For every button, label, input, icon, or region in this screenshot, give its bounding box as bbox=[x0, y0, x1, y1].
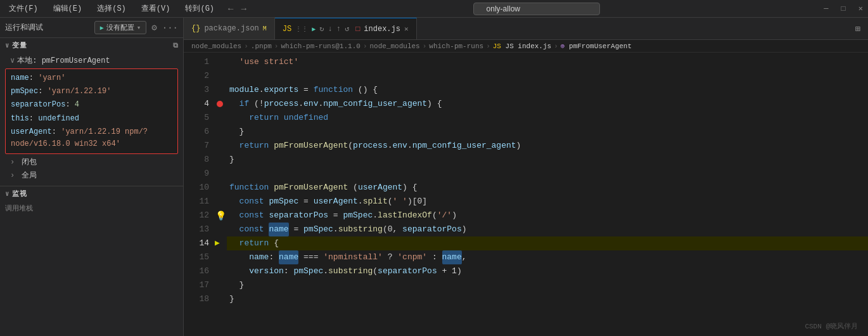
menu-view[interactable]: 查看(V) bbox=[137, 2, 174, 15]
ln-2: 2 bbox=[189, 69, 209, 83]
breadcrumb-which-pm-runs[interactable]: which-pm-runs bbox=[429, 42, 483, 50]
chevron-right-icon: › bbox=[10, 158, 15, 167]
tab-close-icon[interactable]: ✕ bbox=[404, 25, 409, 33]
debug-title: 运行和调试 bbox=[5, 22, 43, 33]
breadcrumb-index-js[interactable]: JS JS index.js bbox=[493, 42, 551, 50]
ln-16: 16 bbox=[189, 264, 209, 278]
code-line-17: } bbox=[227, 278, 868, 292]
var-useragent-label: userAgent bbox=[11, 127, 52, 136]
editor-panel: {} package.json M JS ⋮⋮ ▶ ↻ ↓ ↑ ↺ □ inde… bbox=[184, 18, 868, 336]
tab-package-json[interactable]: {} package.json M bbox=[184, 18, 275, 39]
var-this-label: this bbox=[11, 114, 29, 123]
watch-section-header[interactable]: ∨ 监视 bbox=[0, 186, 183, 201]
closure-scope-header[interactable]: › 闭包 bbox=[0, 155, 183, 169]
step-over-icon[interactable]: ↻ bbox=[319, 24, 324, 34]
line-numbers: 1 2 3 4 5 6 7 8 9 10 11 12 13 14 15 16 1… bbox=[184, 53, 214, 336]
window-minimize[interactable]: ─ bbox=[824, 4, 828, 13]
code-line-16: version: pmSpec.substring(separatorPos +… bbox=[227, 264, 868, 278]
nav-back[interactable]: ← bbox=[226, 4, 236, 14]
var-row-pmspec: pmSpec: 'yarn/1.22.19' bbox=[11, 85, 172, 98]
code-line-14: return { bbox=[227, 236, 868, 250]
local-scope-header[interactable]: ∨ 本地: pmFromUserAgent bbox=[0, 54, 183, 67]
tab-index-js-label: index.js bbox=[364, 25, 400, 34]
code-line-10: function pmFromUserAgent (userAgent) { bbox=[227, 181, 868, 195]
debug-run-button[interactable]: ▶ 没有配置 ▾ bbox=[94, 21, 147, 34]
window-maximize[interactable]: □ bbox=[841, 4, 846, 13]
nav-forward[interactable]: → bbox=[238, 4, 248, 14]
code-line-2 bbox=[227, 69, 868, 83]
breadcrumb-function[interactable]: ⊕ pmFromUserAgent bbox=[561, 42, 632, 50]
chevron-down-icon: ∨ bbox=[5, 190, 10, 198]
var-this-value: undefined bbox=[38, 114, 79, 123]
json-icon: {} bbox=[191, 24, 200, 33]
menu-goto[interactable]: 转到(G) bbox=[181, 2, 218, 15]
step-into-icon[interactable]: ↓ bbox=[328, 25, 333, 34]
var-row-this: this: undefined bbox=[11, 112, 172, 126]
call-stack-label: 调用堆栈 bbox=[0, 201, 183, 216]
gear-icon[interactable]: ⚙ bbox=[151, 22, 156, 33]
ln-18: 18 bbox=[189, 292, 209, 306]
more-actions-icon[interactable]: ··· bbox=[162, 23, 178, 33]
menu-file[interactable]: 文件(F) bbox=[5, 2, 42, 15]
local-scope: ∨ 本地: pmFromUserAgent name: 'yarn' pmSpe… bbox=[0, 53, 183, 183]
global-label: 全局 bbox=[22, 171, 37, 180]
var-separatorpos-value: 4 bbox=[75, 100, 79, 109]
search-input[interactable] bbox=[473, 3, 600, 15]
ln-9: 9 bbox=[189, 167, 209, 181]
debug-dots-icon: ⋮⋮ bbox=[295, 25, 308, 33]
code-line-18: } bbox=[227, 292, 868, 306]
menu-select[interactable]: 选择(S) bbox=[93, 2, 130, 15]
var-row-name: name: 'yarn' bbox=[11, 72, 172, 85]
lightbulb-icon-line12[interactable]: 💡 bbox=[215, 210, 226, 221]
split-editor-icon[interactable]: ⊞ bbox=[853, 22, 863, 36]
ln-1: 1 bbox=[189, 55, 209, 69]
tab-package-json-label: package.json bbox=[204, 24, 258, 33]
menu-bar: 文件(F) 编辑(E) 选择(S) 查看(V) 转到(G) ← → ─ □ ✕ bbox=[0, 0, 868, 18]
debug-play-icon: ▶ bbox=[312, 25, 316, 33]
js-icon: JS bbox=[283, 25, 291, 34]
ln-4: 4 bbox=[189, 97, 209, 111]
variables-label: 变量 bbox=[12, 41, 27, 50]
stop-icon[interactable]: □ bbox=[355, 25, 360, 34]
ln-8: 8 bbox=[189, 153, 209, 167]
code-line-11: const pmSpec = userAgent.split(' ')[0] bbox=[227, 195, 868, 209]
window-close[interactable]: ✕ bbox=[858, 4, 863, 13]
breadcrumb-which-pm-runs-version[interactable]: which-pm-runs@1.1.0 bbox=[281, 42, 360, 50]
global-scope-header[interactable]: › 全局 bbox=[0, 169, 183, 182]
menu-edit[interactable]: 编辑(E) bbox=[49, 2, 86, 15]
ln-5: 5 bbox=[189, 111, 209, 125]
breadcrumb-node-modules[interactable]: node_modules bbox=[191, 42, 241, 50]
breadcrumb: node_modules › .pnpm › which-pm-runs@1.1… bbox=[184, 40, 868, 53]
code-line-8: } bbox=[227, 153, 868, 167]
watermark: CSDN @晓风伴月 bbox=[805, 321, 858, 331]
ln-11: 11 bbox=[189, 195, 209, 209]
debug-toolbar: 运行和调试 ▶ 没有配置 ▾ ⚙ ··· bbox=[0, 18, 183, 38]
var-row-separatorpos: separatorPos: 4 bbox=[11, 98, 172, 112]
code-lines: 'use strict' module.exports = function (… bbox=[227, 53, 868, 336]
restart-icon[interactable]: ↺ bbox=[345, 24, 349, 34]
chevron-down-icon: ∨ bbox=[10, 56, 15, 65]
var-separatorpos-label: separatorPos bbox=[11, 100, 65, 109]
closure-label: 闭包 bbox=[22, 158, 37, 167]
modified-indicator: M bbox=[263, 25, 267, 32]
debug-arrow-line14: ▶ bbox=[215, 238, 220, 248]
breadcrumb-pnpm[interactable]: .pnpm bbox=[251, 42, 272, 50]
breakpoint-dot-line4[interactable] bbox=[217, 101, 223, 107]
ln-15: 15 bbox=[189, 250, 209, 264]
chevron-down-icon: ∨ bbox=[5, 41, 10, 49]
ln-10: 10 bbox=[189, 181, 209, 195]
run-config-label: 没有配置 bbox=[106, 23, 134, 32]
ln-7: 7 bbox=[189, 139, 209, 153]
chevron-right-icon: › bbox=[10, 171, 15, 180]
variables-section-header[interactable]: ∨ 变量 ⧉ bbox=[0, 38, 183, 53]
code-line-5: return undefined bbox=[227, 111, 868, 125]
left-panel: 运行和调试 ▶ 没有配置 ▾ ⚙ ··· ∨ 变量 ⧉ ∨ 本地: pmFrom… bbox=[0, 18, 184, 336]
ln-12: 12 bbox=[189, 209, 209, 223]
code-line-7: return pmFromUserAgent(process.env.npm_c… bbox=[227, 139, 868, 153]
ln-3: 3 bbox=[189, 83, 209, 97]
tab-index-js[interactable]: JS ⋮⋮ ▶ ↻ ↓ ↑ ↺ □ index.js ✕ bbox=[275, 18, 417, 39]
copy-icon[interactable]: ⧉ bbox=[173, 42, 179, 49]
step-out-icon[interactable]: ↑ bbox=[336, 25, 341, 34]
breadcrumb-node-modules-2[interactable]: node_modules bbox=[369, 42, 419, 50]
var-pmspec-label: pmSpec bbox=[11, 87, 38, 96]
